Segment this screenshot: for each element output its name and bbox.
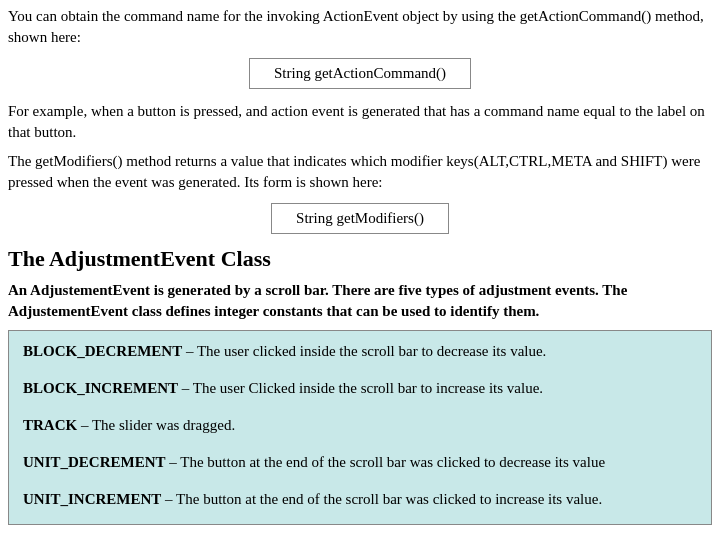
code-box-1: String getActionCommand() [249, 58, 471, 89]
code-box-1-wrapper: String getActionCommand() [8, 58, 712, 89]
section-intro: An AdjustementEvent is generated by a sc… [8, 280, 712, 322]
intro-para1: You can obtain the command name for the … [8, 6, 712, 48]
list-item: UNIT_DECREMENT – The button at the end o… [23, 452, 697, 473]
list-item: BLOCK_DECREMENT – The user clicked insid… [23, 341, 697, 362]
code-box-2-wrapper: String getModifiers() [8, 203, 712, 234]
intro-para3: The getModifiers() method returns a valu… [8, 151, 712, 193]
list-item: TRACK – The slider was dragged. [23, 415, 697, 436]
intro-para2: For example, when a button is pressed, a… [8, 101, 712, 143]
list-item: UNIT_INCREMENT – The button at the end o… [23, 489, 697, 510]
list-item: BLOCK_INCREMENT – The user Clicked insid… [23, 378, 697, 399]
section-title: The AdjustmentEvent Class [8, 246, 712, 272]
adjustment-events-box: BLOCK_DECREMENT – The user clicked insid… [8, 330, 712, 525]
code-box-2: String getModifiers() [271, 203, 449, 234]
